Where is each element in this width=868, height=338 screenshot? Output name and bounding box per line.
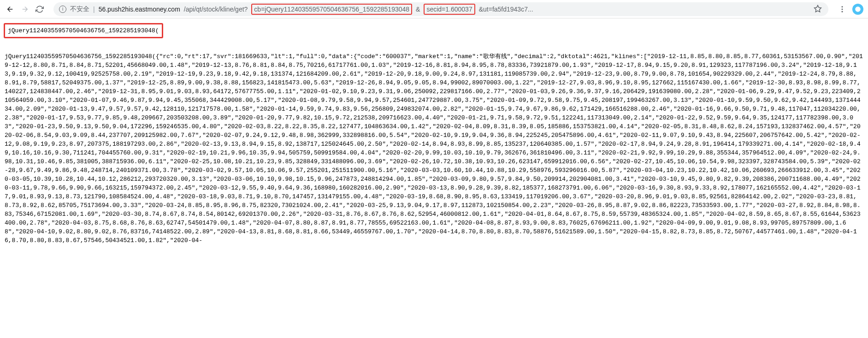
url-path-pre: /api/qt/stock/kline/get? xyxy=(184,6,248,13)
url-amp-1: & xyxy=(416,6,420,13)
svg-point-4 xyxy=(855,6,861,12)
reload-button[interactable] xyxy=(34,4,45,15)
svg-point-1 xyxy=(842,6,843,7)
response-body: jQuery112403559570504636756_159228519304… xyxy=(5,51,863,245)
svg-marker-0 xyxy=(815,5,821,12)
svg-point-3 xyxy=(842,11,843,12)
bookmark-star-icon[interactable] xyxy=(814,5,823,14)
back-button[interactable] xyxy=(5,4,16,15)
url-rest: &ut=fa5fd1943c7... xyxy=(479,6,533,13)
info-icon: i xyxy=(59,6,66,13)
url-cb-highlight: cb=jQuery112403559570504636756_159228519… xyxy=(251,4,412,15)
page-content: jQuery112403559570504636756_159228519304… xyxy=(0,18,868,260)
insecure-label: 不安全 xyxy=(70,5,89,13)
url-host: 56.push2his.eastmoney.com xyxy=(99,6,180,13)
forward-button[interactable] xyxy=(19,4,30,15)
svg-point-2 xyxy=(842,8,843,10)
extension-icon[interactable] xyxy=(852,4,863,15)
url-secid-highlight: secid=1.600037 xyxy=(424,4,475,15)
address-bar[interactable]: i 不安全 | 56.push2his.eastmoney.com/api/qt… xyxy=(53,2,828,16)
menu-button[interactable] xyxy=(837,4,848,15)
url-separator: | xyxy=(93,6,95,13)
toolbar-right-icons xyxy=(837,4,863,15)
browser-toolbar: i 不安全 | 56.push2his.eastmoney.com/api/qt… xyxy=(0,0,868,18)
callback-name-highlight: jQuery112403559570504636756_159228519304… xyxy=(4,23,163,38)
